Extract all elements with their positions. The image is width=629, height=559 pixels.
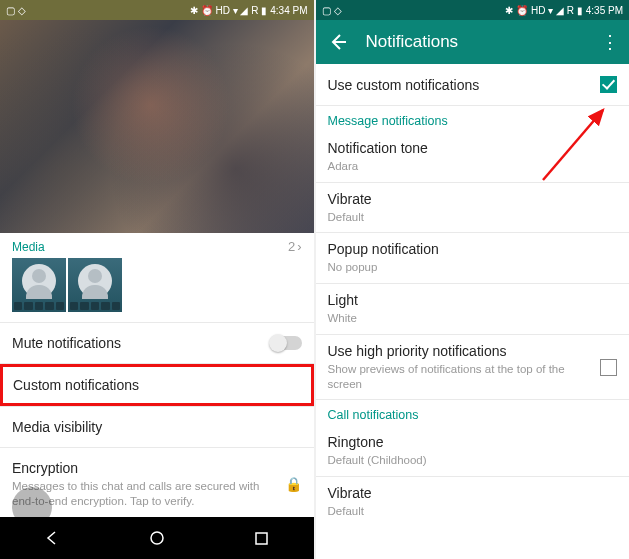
touch-indicator [12, 487, 52, 527]
row-title: Popup notification [328, 241, 618, 257]
row-sub: White [328, 311, 618, 326]
status-icons: ✱ ⏰ HD ▾ ◢ R ▮ [190, 5, 267, 16]
nav-recent-button[interactable] [247, 524, 275, 552]
custom-notifications-row[interactable]: Custom notifications [0, 364, 314, 406]
row-title: Vibrate [328, 485, 618, 501]
media-label: Media [12, 240, 45, 254]
popup-row[interactable]: Popup notificationNo popup [316, 233, 630, 283]
status-time: 4:34 PM [270, 5, 307, 16]
status-bar-right: ▢ ◇ ✱ ⏰ HD ▾ ◢ R ▮ 4:35 PM [316, 0, 630, 20]
light-row[interactable]: LightWhite [316, 284, 630, 334]
more-button[interactable]: ⋮ [595, 31, 619, 53]
priority-checkbox[interactable] [600, 359, 617, 376]
row-title: Media visibility [12, 419, 302, 435]
lock-icon: 🔒 [285, 476, 302, 492]
row-title: Use high priority notifications [328, 343, 601, 359]
vibrate-call-row[interactable]: VibrateDefault [316, 477, 630, 527]
media-thumbs[interactable] [0, 256, 314, 322]
row-sub: Default [328, 210, 618, 225]
camera-icon: ◇ [18, 5, 26, 16]
media-thumb[interactable] [68, 258, 122, 312]
row-sub: Show previews of notifications at the to… [328, 362, 601, 391]
nav-home-button[interactable] [143, 524, 171, 552]
row-sub: Default [328, 504, 618, 519]
camera-icon: ◇ [334, 5, 342, 16]
media-count: 2› [288, 239, 302, 254]
status-icons: ✱ ⏰ HD ▾ ◢ R ▮ [505, 5, 582, 16]
row-title: Ringtone [328, 434, 618, 450]
contact-photo[interactable] [0, 20, 314, 233]
category-call: Call notifications [316, 400, 630, 426]
use-custom-row[interactable]: Use custom notifications [316, 64, 630, 105]
row-sub: No popup [328, 260, 618, 275]
row-title: Encryption [12, 460, 285, 476]
mute-toggle[interactable] [272, 336, 302, 350]
gallery-icon: ▢ [6, 5, 15, 16]
page-title: Notifications [366, 32, 596, 52]
back-button[interactable] [326, 30, 350, 54]
annotation-arrow [525, 102, 615, 196]
phone-left: ▢ ◇ ✱ ⏰ HD ▾ ◢ R ▮ 4:34 PM Media 2› Mute… [0, 0, 316, 559]
media-section[interactable]: Media 2› [0, 233, 314, 256]
mute-notifications-row[interactable]: Mute notifications [0, 323, 314, 363]
phone-right: ▢ ◇ ✱ ⏰ HD ▾ ◢ R ▮ 4:35 PM Notifications… [316, 0, 630, 559]
svg-point-0 [151, 532, 163, 544]
media-thumb[interactable] [12, 258, 66, 312]
nav-bar [0, 517, 314, 559]
use-custom-checkbox[interactable] [600, 76, 617, 93]
gallery-icon: ▢ [322, 5, 331, 16]
row-title: Use custom notifications [328, 77, 601, 93]
svg-line-2 [543, 110, 603, 180]
priority-row[interactable]: Use high priority notificationsShow prev… [316, 335, 630, 399]
row-sub: Default (Childhood) [328, 453, 618, 468]
status-time: 4:35 PM [586, 5, 623, 16]
chevron-right-icon: › [297, 239, 301, 254]
top-bar: Notifications ⋮ [316, 20, 630, 64]
status-bar-left: ▢ ◇ ✱ ⏰ HD ▾ ◢ R ▮ 4:34 PM [0, 0, 314, 20]
row-sub: Messages to this chat and calls are secu… [12, 479, 285, 508]
row-title: Mute notifications [12, 335, 272, 351]
nav-back-button[interactable] [38, 524, 66, 552]
ringtone-row[interactable]: RingtoneDefault (Childhood) [316, 426, 630, 476]
media-visibility-row[interactable]: Media visibility [0, 407, 314, 447]
svg-rect-1 [256, 533, 267, 544]
row-title: Light [328, 292, 618, 308]
row-title: Custom notifications [13, 377, 301, 393]
